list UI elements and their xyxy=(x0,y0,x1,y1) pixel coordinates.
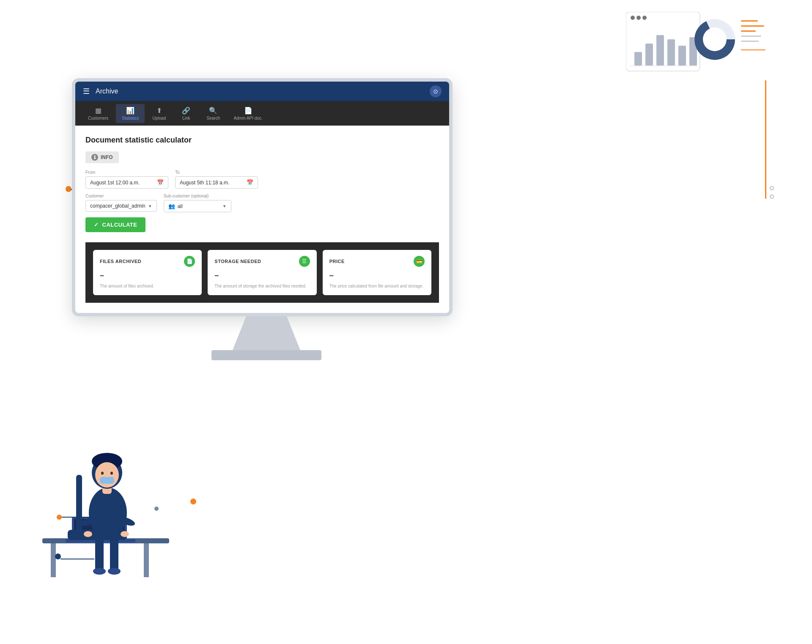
svg-rect-34 xyxy=(95,534,104,572)
svg-point-33 xyxy=(121,531,129,537)
orange-vertical-line xyxy=(765,80,766,199)
storage-needed-description: The amount of storage the archived files… xyxy=(214,283,310,289)
sub-customer-group: Sub-customer (optional) 👥 all ▼ xyxy=(164,194,231,212)
stat-card-files-archived: FILES ARCHIVED 📄 – The amount of files a… xyxy=(93,250,202,295)
svg-point-12 xyxy=(703,27,727,51)
storage-needed-icon-circle: ☰ xyxy=(299,256,310,267)
upload-icon: ⬆ xyxy=(156,107,162,115)
monitor-screen: ☰ Archive ⊙ ▦ Customers 📊 Statistics ⬆ U… xyxy=(72,78,453,316)
svg-rect-17 xyxy=(741,41,759,42)
storage-needed-title: STORAGE NEEDED xyxy=(214,259,261,264)
monitor-base xyxy=(211,350,321,360)
svg-rect-44 xyxy=(100,477,114,484)
svg-point-36 xyxy=(93,568,106,575)
to-date-field[interactable] xyxy=(180,180,243,186)
stat-card-storage-header: STORAGE NEEDED ☰ xyxy=(214,256,310,267)
files-archived-description: The amount of files archived. xyxy=(100,283,195,289)
user-profile-button[interactable]: ⊙ xyxy=(430,85,442,97)
app-title: Archive xyxy=(96,88,118,95)
svg-rect-0 xyxy=(626,12,700,71)
price-description: The price calculated from file amount an… xyxy=(329,283,425,289)
svg-point-37 xyxy=(108,568,121,575)
price-icon-circle: 💳 xyxy=(414,256,425,267)
svg-point-46 xyxy=(154,507,159,511)
stats-section: FILES ARCHIVED 📄 – The amount of files a… xyxy=(85,242,439,303)
deco-dot-orange-1 xyxy=(66,186,71,192)
page-title: Document statistic calculator xyxy=(85,136,439,145)
deco-dot-orange-2 xyxy=(190,499,196,504)
admin-api-icon: 📄 xyxy=(244,107,252,115)
svg-point-43 xyxy=(110,472,113,475)
calculate-checkmark-icon: ✓ xyxy=(94,222,99,228)
customer-group: Customer compacer_global_admin ▼ xyxy=(85,194,157,212)
customer-select[interactable]: compacer_global_admin ▼ xyxy=(85,200,157,212)
from-date-group: From 📅 xyxy=(85,170,168,189)
to-calendar-icon[interactable]: 📅 xyxy=(247,179,253,186)
svg-rect-14 xyxy=(741,25,764,27)
svg-rect-7 xyxy=(667,39,675,66)
info-button[interactable]: ℹ INFO xyxy=(85,151,119,163)
svg-point-42 xyxy=(101,472,104,475)
monitor-frame: ☰ Archive ⊙ ▦ Customers 📊 Statistics ⬆ U… xyxy=(72,78,461,360)
sub-customer-chevron-icon: ▼ xyxy=(222,204,227,208)
svg-rect-9 xyxy=(689,37,697,66)
main-content: Document statistic calculator ℹ INFO Fro… xyxy=(75,126,449,313)
svg-rect-35 xyxy=(110,534,118,572)
svg-point-2 xyxy=(636,16,641,20)
nav-toolbar: ▦ Customers 📊 Statistics ⬆ Upload 🔗 Link… xyxy=(75,101,449,126)
search-icon: 🔍 xyxy=(209,107,217,115)
hamburger-menu-icon[interactable]: ☰ xyxy=(83,87,90,96)
info-circle-icon: ℹ xyxy=(91,154,98,161)
files-archived-title: FILES ARCHIVED xyxy=(100,259,141,264)
user-icon: ⊙ xyxy=(433,88,438,95)
stat-card-storage-needed: STORAGE NEEDED ☰ – The amount of storage… xyxy=(208,250,316,295)
svg-rect-20 xyxy=(51,543,56,577)
svg-rect-6 xyxy=(656,35,664,66)
svg-rect-21 xyxy=(144,543,149,577)
monitor-stand xyxy=(233,316,300,350)
files-archived-icon: 📄 xyxy=(187,258,193,264)
price-title: PRICE xyxy=(329,259,345,264)
from-label: From xyxy=(85,170,168,175)
nav-item-search[interactable]: 🔍 Search xyxy=(200,104,226,123)
svg-rect-27 xyxy=(76,475,82,534)
customer-label: Customer xyxy=(85,194,157,198)
chart-decoration xyxy=(626,12,765,86)
storage-needed-value: – xyxy=(214,271,310,280)
storage-needed-icon: ☰ xyxy=(302,258,307,264)
svg-rect-5 xyxy=(645,44,653,66)
files-archived-icon-circle: 📄 xyxy=(184,256,195,267)
svg-point-32 xyxy=(84,531,92,537)
stats-grid: FILES ARCHIVED 📄 – The amount of files a… xyxy=(93,250,431,295)
from-date-field[interactable] xyxy=(90,180,154,186)
svg-point-3 xyxy=(642,16,647,20)
to-date-input[interactable]: 📅 xyxy=(175,176,258,189)
nav-item-statistics[interactable]: 📊 Statistics xyxy=(116,104,145,123)
svg-rect-16 xyxy=(741,36,761,37)
svg-point-45 xyxy=(57,515,62,520)
stat-card-price-header: PRICE 💳 xyxy=(329,256,425,267)
sub-customer-select[interactable]: 👥 all ▼ xyxy=(164,200,231,212)
customer-value: compacer_global_admin xyxy=(90,203,145,209)
app-header: ☰ Archive ⊙ xyxy=(75,82,449,101)
stat-card-files-archived-header: FILES ARCHIVED 📄 xyxy=(100,256,195,267)
sub-customer-value: all xyxy=(178,203,220,209)
nav-item-upload[interactable]: ⬆ Upload xyxy=(146,104,172,123)
svg-point-1 xyxy=(631,16,635,20)
nav-item-admin-api[interactable]: 📄 Admin API doc. xyxy=(228,104,268,123)
from-calendar-icon[interactable]: 📅 xyxy=(157,179,164,186)
nav-item-link[interactable]: 🔗 Link xyxy=(173,104,199,123)
svg-rect-13 xyxy=(741,20,758,22)
stat-card-price: PRICE 💳 – The price calculated from file… xyxy=(323,250,431,295)
svg-rect-15 xyxy=(741,30,756,32)
to-label: To xyxy=(175,170,258,175)
sub-customer-people-icon: 👥 xyxy=(168,203,175,209)
nav-item-customers[interactable]: ▦ Customers xyxy=(82,104,114,123)
date-range-row: From 📅 To 📅 xyxy=(85,170,439,189)
svg-point-29 xyxy=(89,488,127,538)
customer-row: Customer compacer_global_admin ▼ Sub-cus… xyxy=(85,194,439,212)
calculate-button[interactable]: ✓ CALCULATE xyxy=(85,217,145,232)
person-illustration: C xyxy=(25,390,186,602)
from-date-input[interactable]: 📅 xyxy=(85,176,168,189)
to-date-group: To 📅 xyxy=(175,170,258,189)
